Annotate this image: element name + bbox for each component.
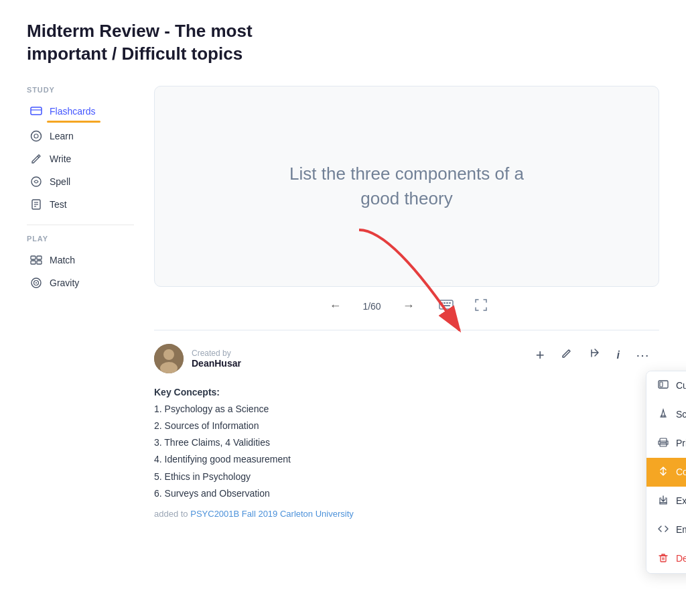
combine-label: Combine bbox=[676, 467, 686, 477]
spell-label: Spell bbox=[50, 176, 70, 187]
export-label: Export bbox=[676, 495, 686, 506]
study-section-label: STUDY bbox=[27, 86, 134, 94]
svg-rect-19 bbox=[443, 302, 445, 304]
svg-rect-11 bbox=[37, 256, 42, 259]
added-to-prefix: added to bbox=[154, 509, 188, 519]
dropdown-delete[interactable]: Delete bbox=[646, 544, 686, 573]
customise-label: Customise bbox=[676, 380, 686, 391]
created-by-label: Created by bbox=[192, 349, 241, 358]
svg-rect-12 bbox=[31, 261, 36, 264]
concept-5: 5. Ethics in Psychology bbox=[154, 471, 251, 482]
svg-point-24 bbox=[163, 349, 174, 360]
svg-point-31 bbox=[666, 442, 667, 443]
active-underline bbox=[47, 121, 100, 123]
embed-label: Embed bbox=[676, 524, 686, 535]
svg-rect-10 bbox=[31, 256, 36, 259]
svg-rect-32 bbox=[661, 556, 666, 562]
edit-button[interactable] bbox=[558, 345, 575, 365]
creator-info: Created by DeanHusar bbox=[192, 349, 241, 369]
svg-rect-21 bbox=[449, 302, 451, 304]
svg-rect-29 bbox=[660, 438, 667, 442]
page-wrapper: Midterm Review - The most important / Di… bbox=[0, 0, 686, 539]
svg-rect-17 bbox=[439, 300, 453, 309]
flashcard-text: List the three components of a good theo… bbox=[286, 162, 527, 210]
more-button[interactable]: ⋯ bbox=[633, 345, 653, 366]
dropdown-menu: Customise Scores bbox=[646, 371, 686, 574]
dropdown-scores[interactable]: Scores bbox=[646, 400, 686, 429]
export-icon bbox=[657, 495, 669, 507]
key-concepts: Key Concepts: 1. Psychology as a Science… bbox=[154, 384, 533, 502]
dropdown-export[interactable]: Export bbox=[646, 487, 686, 515]
avatar bbox=[154, 344, 184, 373]
action-buttons: + i ⋯ bbox=[533, 344, 653, 367]
sidebar-item-gravity[interactable]: Gravity bbox=[27, 272, 134, 294]
sidebar-item-write[interactable]: Write bbox=[27, 148, 134, 170]
svg-rect-0 bbox=[31, 107, 42, 115]
add-button[interactable]: + bbox=[533, 344, 547, 367]
card-counter: 1/60 bbox=[362, 301, 381, 312]
combine-icon bbox=[657, 466, 669, 479]
fullscreen-button[interactable] bbox=[472, 296, 490, 316]
customise-icon bbox=[657, 379, 669, 392]
info-button[interactable]: i bbox=[614, 347, 622, 364]
gravity-label: Gravity bbox=[50, 278, 79, 288]
flashcards-label: Flashcards bbox=[50, 106, 95, 117]
svg-line-4 bbox=[38, 156, 39, 158]
svg-rect-20 bbox=[446, 302, 448, 304]
print-label: Print bbox=[676, 438, 686, 448]
sidebar-item-test[interactable]: Test bbox=[27, 194, 134, 215]
delete-icon bbox=[657, 552, 669, 565]
flashcard-nav: ← 1/60 → bbox=[154, 296, 659, 316]
svg-point-3 bbox=[34, 134, 38, 138]
sidebar-item-spell[interactable]: Spell bbox=[27, 171, 134, 192]
key-concepts-heading: Key Concepts: bbox=[154, 387, 220, 397]
share-button[interactable] bbox=[586, 345, 604, 365]
action-area: + i ⋯ bbox=[533, 344, 659, 367]
bottom-left: Created by DeanHusar Key Concepts: 1. Ps… bbox=[154, 344, 533, 519]
keyboard-button[interactable] bbox=[436, 297, 456, 316]
dropdown-customise[interactable]: Customise bbox=[646, 371, 686, 400]
section-divider bbox=[154, 330, 659, 330]
print-icon bbox=[657, 437, 669, 450]
concept-6: 6. Surveys and Observation bbox=[154, 488, 270, 499]
gravity-icon bbox=[29, 276, 43, 290]
learn-icon bbox=[29, 129, 43, 143]
content-area: List the three components of a good theo… bbox=[154, 86, 659, 519]
svg-point-5 bbox=[31, 177, 41, 186]
svg-point-2 bbox=[31, 131, 42, 141]
dropdown-embed[interactable]: Embed bbox=[646, 515, 686, 544]
sidebar: STUDY Flashcards bbox=[27, 86, 134, 519]
svg-rect-22 bbox=[442, 305, 450, 306]
concept-1: 1. Psychology as a Science bbox=[154, 404, 269, 414]
spell-icon bbox=[29, 175, 43, 188]
match-label: Match bbox=[50, 255, 75, 265]
test-icon bbox=[29, 198, 43, 211]
scores-icon bbox=[657, 408, 669, 421]
svg-rect-28 bbox=[660, 382, 663, 387]
svg-rect-18 bbox=[441, 302, 443, 304]
write-label: Write bbox=[50, 153, 71, 164]
concept-3: 3. Three Claims, 4 Validities bbox=[154, 437, 270, 448]
sidebar-divider bbox=[27, 225, 134, 225]
dropdown-print[interactable]: Print bbox=[646, 429, 686, 458]
concept-2: 2. Sources of Information bbox=[154, 420, 259, 431]
next-button[interactable]: → bbox=[397, 296, 420, 316]
course-link[interactable]: PSYC2001B Fall 2019 Carleton University bbox=[190, 509, 354, 519]
delete-label: Delete bbox=[676, 553, 686, 564]
svg-rect-13 bbox=[37, 261, 42, 264]
scores-label: Scores bbox=[676, 409, 686, 420]
write-icon bbox=[29, 152, 43, 166]
sidebar-item-flashcards[interactable]: Flashcards bbox=[27, 101, 134, 122]
sidebar-item-learn[interactable]: Learn bbox=[27, 125, 134, 147]
match-icon bbox=[29, 253, 43, 267]
flashcard[interactable]: List the three components of a good theo… bbox=[154, 86, 659, 287]
concept-4: 4. Identifying good measurement bbox=[154, 454, 291, 465]
page-title: Midterm Review - The most important / Di… bbox=[27, 20, 335, 66]
creator-name: DeanHusar bbox=[192, 358, 241, 369]
embed-icon bbox=[657, 523, 669, 536]
dropdown-combine[interactable]: Combine bbox=[646, 458, 686, 487]
sidebar-item-match[interactable]: Match bbox=[27, 249, 134, 271]
main-layout: STUDY Flashcards bbox=[27, 86, 659, 519]
flashcards-icon bbox=[29, 105, 43, 118]
prev-button[interactable]: ← bbox=[324, 296, 346, 316]
